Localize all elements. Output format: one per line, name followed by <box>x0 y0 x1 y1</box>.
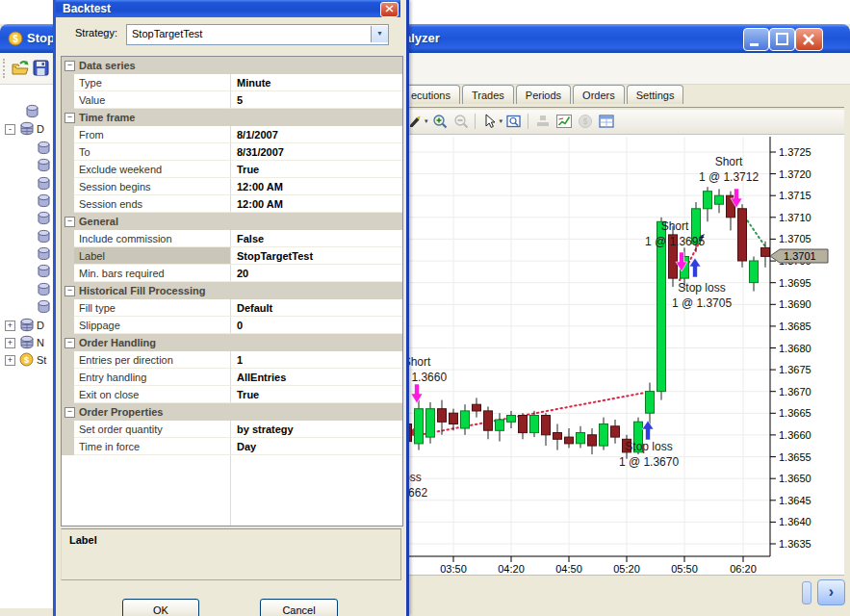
next-page-button[interactable]: › <box>817 579 845 605</box>
chart-panel[interactable]: 1.37251.37201.37151.37101.37051.37001.36… <box>403 135 844 575</box>
property-name[interactable]: Type <box>74 74 231 91</box>
grid-row-include-commission[interactable]: Include commissionFalse <box>62 230 402 247</box>
grid-row-set-order-quantity[interactable]: Set order quantityby strategy <box>62 421 402 438</box>
tree-item[interactable] <box>0 176 53 192</box>
open-folder-icon[interactable] <box>11 59 30 82</box>
grid-row-type[interactable]: TypeMinute <box>62 74 402 91</box>
tree-item[interactable] <box>0 264 53 280</box>
tree-item[interactable] <box>0 193 53 210</box>
property-name[interactable]: Fill type <box>74 299 231 317</box>
property-value[interactable]: 1 <box>231 351 402 369</box>
tab-ecutions[interactable]: ecutions <box>401 85 460 104</box>
property-value[interactable]: 12:00 AM <box>231 178 402 195</box>
grid-row-entries-per-direction[interactable]: Entries per direction1 <box>62 351 402 369</box>
data-table-icon[interactable] <box>598 113 615 130</box>
tab-periods[interactable]: Periods <box>516 85 571 104</box>
property-value[interactable]: 20 <box>231 265 402 282</box>
collapse-icon[interactable]: − <box>64 61 75 71</box>
grid-category-historical-fill-processing[interactable]: −Historical Fill Processing <box>62 282 402 299</box>
grid-row-time-in-force[interactable]: Time in forceDay <box>62 438 402 455</box>
grid-row-min-bars-required[interactable]: Min. bars required20 <box>62 265 402 282</box>
property-value[interactable]: 8/31/2007 <box>231 143 402 161</box>
property-name[interactable]: Entries per direction <box>74 351 231 369</box>
collapse-icon[interactable]: − <box>64 286 75 296</box>
property-name[interactable]: Exit on close <box>74 386 231 403</box>
maximize-button[interactable] <box>769 28 795 51</box>
cursor-icon[interactable] <box>481 113 499 130</box>
grid-row-fill-type[interactable]: Fill typeDefault <box>62 299 402 317</box>
property-name[interactable]: Min. bars required <box>74 265 231 282</box>
grid-row-value[interactable]: Value5 <box>62 91 402 109</box>
property-value[interactable]: StopTargetTest <box>231 247 402 265</box>
close-button[interactable] <box>795 28 823 51</box>
collapse-icon[interactable]: − <box>64 407 75 418</box>
grid-row-label[interactable]: LabelStopTargetTest <box>62 247 402 265</box>
tree-item-c[interactable] <box>0 104 53 120</box>
property-name[interactable]: Set order quantity <box>74 421 231 438</box>
toolbar-grip[interactable] <box>3 59 5 78</box>
strategy-combobox[interactable]: StopTargetTest ▼ <box>126 24 389 45</box>
property-name[interactable]: From <box>74 126 231 143</box>
tree-item-st[interactable]: +$St <box>0 352 53 369</box>
line-chart-icon[interactable] <box>555 113 573 130</box>
combo-dropdown-icon[interactable]: ▼ <box>371 26 388 42</box>
property-name[interactable]: To <box>74 143 231 161</box>
property-grid[interactable]: −Data seriesTypeMinuteValue5−Time frameF… <box>61 56 403 526</box>
property-name[interactable]: Value <box>74 91 231 109</box>
collapse-icon[interactable]: − <box>64 113 75 123</box>
property-name[interactable]: Session begins <box>74 178 231 195</box>
property-value[interactable]: 5 <box>231 91 402 109</box>
property-value[interactable]: 8/1/2007 <box>231 126 402 143</box>
tree-item[interactable] <box>0 299 53 316</box>
tree-expander-icon[interactable]: + <box>5 321 15 331</box>
splitter-grip[interactable] <box>802 581 811 604</box>
tree-item[interactable] <box>0 246 53 263</box>
property-name[interactable]: Label <box>74 247 231 265</box>
tab-orders[interactable]: Orders <box>573 85 625 104</box>
grid-category-general[interactable]: −General <box>62 213 402 230</box>
save-icon[interactable] <box>33 60 50 81</box>
property-name[interactable]: Session ends <box>74 195 231 213</box>
tree-item-d[interactable]: +D <box>0 318 53 334</box>
tree-item-d[interactable]: -D <box>0 121 53 138</box>
property-value[interactable]: True <box>231 161 402 178</box>
zoom-in-icon[interactable] <box>431 113 449 130</box>
property-value[interactable]: 12:00 AM <box>231 195 402 213</box>
collapse-icon[interactable]: − <box>64 217 75 227</box>
property-value[interactable]: Default <box>231 299 402 317</box>
ok-button[interactable]: OK <box>122 599 199 616</box>
tree-expander-icon[interactable]: - <box>5 124 15 135</box>
grid-row-slippage[interactable]: Slippage0 <box>62 317 402 334</box>
property-value[interactable]: by strategy <box>231 421 402 438</box>
property-value[interactable]: Minute <box>231 74 402 91</box>
grid-row-to[interactable]: To8/31/2007 <box>62 143 402 161</box>
grid-row-from[interactable]: From8/1/2007 <box>62 126 402 143</box>
property-name[interactable]: Slippage <box>74 317 231 334</box>
region-peek-icon[interactable] <box>505 113 523 130</box>
tree-item-n[interactable]: +N <box>0 335 53 351</box>
grid-row-session-begins[interactable]: Session begins12:00 AM <box>62 178 402 195</box>
tree-item[interactable] <box>0 158 53 174</box>
tree-item[interactable] <box>0 141 53 157</box>
grid-category-order-properties[interactable]: −Order Properties <box>62 403 402 421</box>
dropdown-arrow-icon[interactable]: ▾ <box>500 117 503 125</box>
grid-row-session-ends[interactable]: Session ends12:00 AM <box>62 195 402 213</box>
tab-trades[interactable]: Trades <box>462 85 514 104</box>
property-name[interactable]: Exclude weekend <box>74 161 231 178</box>
property-value[interactable]: AllEntries <box>231 369 402 386</box>
minimize-button[interactable] <box>743 28 769 51</box>
property-value[interactable]: Day <box>231 438 402 455</box>
dialog-titlebar[interactable]: Backtest <box>56 0 400 17</box>
property-value[interactable]: True <box>231 386 402 403</box>
grid-category-order-handling[interactable]: −Order Handling <box>62 334 402 351</box>
property-value[interactable]: False <box>231 230 402 247</box>
grid-row-exit-on-close[interactable]: Exit on closeTrue <box>62 386 402 403</box>
grid-row-exclude-weekend[interactable]: Exclude weekendTrue <box>62 161 402 178</box>
tab-settings[interactable]: Settings <box>627 85 684 104</box>
property-value[interactable]: 0 <box>231 317 402 334</box>
tree-expander-icon[interactable]: + <box>5 355 15 366</box>
property-name[interactable]: Time in force <box>74 438 231 455</box>
tree-expander-icon[interactable]: + <box>5 338 15 348</box>
cancel-button[interactable]: Cancel <box>260 599 338 616</box>
grid-category-data-series[interactable]: −Data series <box>62 57 402 74</box>
